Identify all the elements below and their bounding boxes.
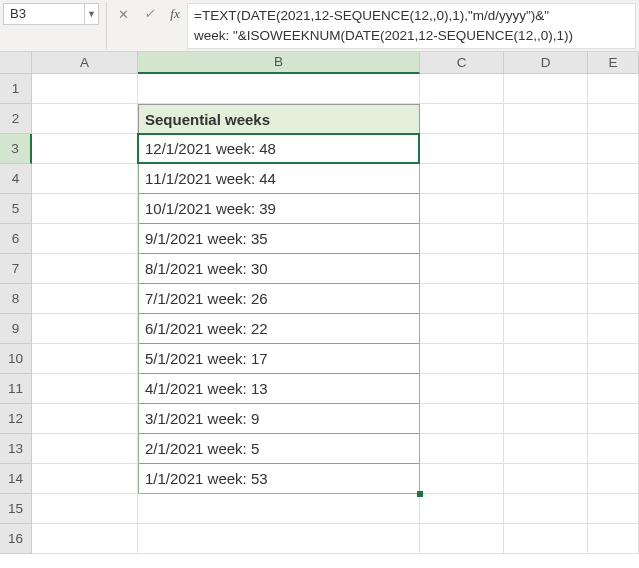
cell[interactable]	[32, 374, 138, 404]
cell[interactable]	[504, 464, 588, 494]
fx-icon[interactable]: fx	[163, 3, 187, 25]
row-header-7[interactable]: 7	[0, 254, 32, 284]
cell[interactable]	[588, 374, 639, 404]
cell[interactable]	[32, 284, 138, 314]
cell-B3[interactable]: 12/1/2021 week: 48	[138, 134, 420, 164]
cell-B5[interactable]: 10/1/2021 week: 39	[138, 194, 420, 224]
cell-B9[interactable]: 6/1/2021 week: 22	[138, 314, 420, 344]
cell[interactable]	[588, 224, 639, 254]
cell-B11[interactable]: 4/1/2021 week: 13	[138, 374, 420, 404]
row-header-1[interactable]: 1	[0, 74, 32, 104]
row-header-15[interactable]: 15	[0, 494, 32, 524]
cell-B7[interactable]: 8/1/2021 week: 30	[138, 254, 420, 284]
cell[interactable]	[32, 254, 138, 284]
cell[interactable]	[32, 524, 138, 554]
cell[interactable]	[138, 74, 420, 104]
cell[interactable]	[32, 434, 138, 464]
cell[interactable]	[32, 344, 138, 374]
cell[interactable]	[588, 494, 639, 524]
cell[interactable]	[420, 194, 504, 224]
cell[interactable]	[588, 164, 639, 194]
cell[interactable]	[504, 404, 588, 434]
cell[interactable]	[420, 494, 504, 524]
cell-B12[interactable]: 3/1/2021 week: 9	[138, 404, 420, 434]
cell-B10[interactable]: 5/1/2021 week: 17	[138, 344, 420, 374]
row-header-13[interactable]: 13	[0, 434, 32, 464]
cell[interactable]	[588, 404, 639, 434]
cell[interactable]	[504, 134, 588, 164]
cell[interactable]	[420, 284, 504, 314]
cell[interactable]	[588, 74, 639, 104]
cell[interactable]	[504, 74, 588, 104]
row-header-10[interactable]: 10	[0, 344, 32, 374]
cell[interactable]	[588, 314, 639, 344]
cell[interactable]	[588, 524, 639, 554]
row-header-3[interactable]: 3	[0, 134, 32, 164]
cell[interactable]	[420, 224, 504, 254]
cell[interactable]	[588, 284, 639, 314]
spreadsheet-grid[interactable]: A B C D E 1 2Sequential weeks 312/1/2021…	[0, 52, 639, 554]
select-all-corner[interactable]	[0, 52, 32, 74]
row-header-6[interactable]: 6	[0, 224, 32, 254]
col-header-C[interactable]: C	[420, 52, 504, 74]
cell[interactable]	[32, 74, 138, 104]
table-header[interactable]: Sequential weeks	[138, 104, 420, 134]
cell[interactable]	[32, 314, 138, 344]
cell[interactable]	[32, 224, 138, 254]
row-header-16[interactable]: 16	[0, 524, 32, 554]
cell[interactable]	[420, 254, 504, 284]
cell[interactable]	[504, 254, 588, 284]
row-header-2[interactable]: 2	[0, 104, 32, 134]
row-header-4[interactable]: 4	[0, 164, 32, 194]
cell[interactable]	[504, 374, 588, 404]
cell[interactable]	[420, 314, 504, 344]
cell-B6[interactable]: 9/1/2021 week: 35	[138, 224, 420, 254]
cell[interactable]	[420, 164, 504, 194]
cell[interactable]	[588, 194, 639, 224]
cell[interactable]	[504, 224, 588, 254]
cell-B4[interactable]: 11/1/2021 week: 44	[138, 164, 420, 194]
cancel-icon[interactable]: ✕	[111, 3, 135, 25]
cell[interactable]	[504, 524, 588, 554]
cell[interactable]	[420, 104, 504, 134]
row-header-14[interactable]: 14	[0, 464, 32, 494]
col-header-A[interactable]: A	[32, 52, 138, 74]
row-header-9[interactable]: 9	[0, 314, 32, 344]
cell[interactable]	[504, 494, 588, 524]
cell[interactable]	[504, 344, 588, 374]
cell[interactable]	[420, 524, 504, 554]
cell[interactable]	[504, 164, 588, 194]
enter-icon[interactable]: ✓	[137, 3, 161, 25]
cell-B13[interactable]: 2/1/2021 week: 5	[138, 434, 420, 464]
col-header-B[interactable]: B	[138, 52, 420, 74]
row-header-11[interactable]: 11	[0, 374, 32, 404]
formula-input[interactable]: =TEXT(DATE(2021,12-SEQUENCE(12,,0),1),"m…	[187, 3, 636, 49]
cell[interactable]	[420, 134, 504, 164]
name-box-dropdown[interactable]: ▼	[85, 3, 99, 25]
cell-B14[interactable]: 1/1/2021 week: 53	[138, 464, 420, 494]
col-header-E[interactable]: E	[588, 52, 639, 74]
name-box[interactable]: B3	[3, 3, 85, 25]
cell[interactable]	[588, 434, 639, 464]
cell[interactable]	[32, 404, 138, 434]
cell[interactable]	[588, 254, 639, 284]
cell[interactable]	[32, 134, 138, 164]
cell[interactable]	[504, 434, 588, 464]
cell-B8[interactable]: 7/1/2021 week: 26	[138, 284, 420, 314]
cell[interactable]	[588, 344, 639, 374]
cell[interactable]	[138, 494, 420, 524]
cell[interactable]	[588, 104, 639, 134]
row-header-12[interactable]: 12	[0, 404, 32, 434]
cell[interactable]	[504, 194, 588, 224]
cell[interactable]	[420, 464, 504, 494]
cell[interactable]	[32, 494, 138, 524]
cell[interactable]	[420, 404, 504, 434]
cell[interactable]	[420, 74, 504, 104]
row-header-5[interactable]: 5	[0, 194, 32, 224]
cell[interactable]	[138, 524, 420, 554]
cell[interactable]	[504, 104, 588, 134]
cell[interactable]	[504, 314, 588, 344]
cell[interactable]	[32, 104, 138, 134]
cell[interactable]	[32, 464, 138, 494]
row-header-8[interactable]: 8	[0, 284, 32, 314]
